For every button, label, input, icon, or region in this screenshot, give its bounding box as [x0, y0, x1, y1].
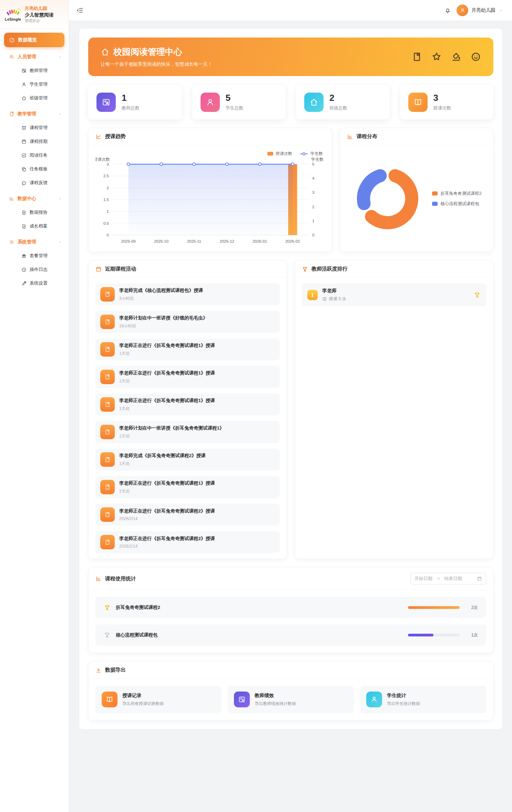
- bar-chart-icon: [95, 576, 102, 582]
- activity-item: 李老师完成《核心流程测试课程包》授课3小时前: [95, 283, 280, 305]
- account-menu[interactable]: 月亮幼儿园: [457, 4, 503, 16]
- export-card[interactable]: 学生统计导出学生统计数据: [360, 686, 486, 713]
- sidebar-section[interactable]: 教学管理: [4, 107, 64, 121]
- sidebar-item[interactable]: 数据报告: [4, 205, 64, 219]
- sidebar-section-label: 人员管理: [18, 54, 36, 60]
- activity-icon: [100, 370, 115, 384]
- activity-title: 李老师正在进行《折耳兔奇奇测试课程1》授课: [119, 398, 215, 404]
- sidebar-item-dashboard[interactable]: 数据概览: [4, 33, 64, 47]
- usage-count: 2次: [465, 605, 478, 611]
- sidebar-item[interactable]: 系统设置: [4, 276, 64, 290]
- legend-label: 学生数: [310, 151, 323, 157]
- activity-time: 1天前: [119, 378, 215, 384]
- panel-title: 近期课程活动: [105, 266, 136, 272]
- book-mark-icon: [104, 484, 111, 490]
- start-date-placeholder: 开始日期: [414, 576, 432, 582]
- sidebar-item[interactable]: 班级管理: [4, 91, 64, 105]
- sidebar-item[interactable]: 任务模板: [4, 162, 64, 176]
- sidebar-item-label: 班级管理: [30, 95, 48, 101]
- sidebar-section[interactable]: 系统管理: [4, 235, 64, 249]
- trophy-icon: [104, 632, 111, 639]
- sidebar-section-label: 系统管理: [18, 239, 36, 245]
- teacher-name: 李老师: [322, 288, 346, 294]
- activity-item: 李老师正在进行《折耳兔奇奇测试课程1》授课1天前: [95, 366, 280, 388]
- sidebar-section[interactable]: 人员管理: [4, 50, 64, 64]
- activity-title: 李老师完成《折耳兔奇奇测试课程2》授课: [119, 453, 206, 459]
- export-desc: 导出学生统计数据: [387, 701, 420, 707]
- book-mark-icon: [104, 512, 111, 518]
- activity-title: 李老师正在进行《折耳兔奇奇测试课程1》授课: [119, 370, 215, 376]
- svg-text:2: 2: [312, 205, 314, 209]
- book-mark-icon: [104, 319, 111, 325]
- sidebar-item[interactable]: 学生管理: [4, 77, 64, 91]
- usage-bar: [408, 606, 460, 609]
- sidebar-section[interactable]: 数据中心: [4, 192, 64, 205]
- home-icon: [21, 96, 27, 101]
- course-name: 折耳兔奇奇测试课程2: [116, 604, 160, 611]
- sidebar-item-label: 系统设置: [30, 280, 48, 286]
- sidebar-item[interactable]: 操作日志: [4, 263, 64, 276]
- chevron-up-icon: [58, 55, 62, 59]
- book-open-icon: [413, 98, 422, 107]
- id-card-icon: [21, 68, 27, 73]
- notification-bell-icon[interactable]: [444, 7, 451, 14]
- activity-icon: [100, 397, 115, 412]
- smiley-icon: [471, 52, 481, 62]
- activity-time: 2026/2/14: [119, 516, 215, 521]
- sidebar-item-label: 教师管理: [30, 67, 48, 74]
- sidebar-item[interactable]: 套餐管理: [4, 249, 64, 263]
- stat-label: 学生总数: [226, 105, 244, 111]
- export-card[interactable]: 授课记录导出所有授课记录数据: [95, 686, 222, 713]
- export-icon: [366, 692, 382, 707]
- sidebar-item[interactable]: 阅读任务: [4, 148, 64, 162]
- activity-icon: [100, 425, 115, 439]
- check-square-icon: [21, 153, 27, 158]
- sidebar-item[interactable]: 课程反馈: [4, 176, 64, 190]
- book-open-icon: [106, 696, 113, 703]
- sidebar-item-label: 任务模板: [30, 166, 48, 172]
- svg-text:2025-11: 2025-11: [187, 239, 201, 243]
- book-mark-icon: [104, 291, 111, 297]
- book-mark-icon: [412, 52, 422, 62]
- sidebar-section-label: 数据中心: [18, 196, 36, 202]
- sidebar-item[interactable]: 教师管理: [4, 64, 64, 77]
- sidebar-item[interactable]: 课程排期: [4, 135, 64, 148]
- export-card[interactable]: 教师绩效导出教师绩效统计数据: [228, 686, 354, 713]
- sidebar-item[interactable]: 课程管理: [4, 121, 64, 135]
- sidebar-item[interactable]: 成长档案: [4, 219, 64, 233]
- activity-title: 李老师正在进行《折耳兔奇奇测试课程2》授课: [119, 508, 215, 514]
- stat-value: 1: [122, 93, 140, 103]
- collapse-sidebar-icon[interactable]: [76, 7, 83, 14]
- svg-text:2025-09: 2025-09: [121, 239, 136, 243]
- sidebar-item-label: 数据概览: [18, 37, 37, 43]
- usage-count: 1次: [465, 632, 478, 638]
- arrow-right-icon: [436, 576, 441, 581]
- brand-subtitle: 管理后台: [24, 18, 53, 23]
- pie-chart-icon: [347, 134, 353, 140]
- caterpillar-logo-icon: [5, 8, 21, 17]
- legend-label: 核心流程测试课程包: [440, 201, 479, 207]
- chevron-down-icon: [499, 8, 503, 13]
- teacher-rank-item: 1李老师授课 3 次: [302, 283, 486, 306]
- panel-title: 授课趋势: [105, 133, 126, 140]
- activity-title: 李老师正在进行《折耳兔奇奇测试课程2》授课: [119, 536, 215, 542]
- activity-icon: [100, 507, 115, 522]
- id-card-icon: [238, 696, 246, 703]
- usage-bar: [408, 634, 460, 636]
- svg-text:2: 2: [107, 186, 109, 190]
- legend-swatch: [267, 152, 273, 156]
- book-mark-icon: [9, 111, 14, 117]
- activity-icon: [100, 315, 115, 329]
- legend-item[interactable]: 学生数: [300, 151, 323, 157]
- panel-title: 课程使用统计: [105, 576, 136, 582]
- stat-card: 3授课次数: [400, 85, 494, 119]
- legend-item[interactable]: 授课次数: [267, 151, 292, 157]
- panel-title: 数据导出: [105, 667, 126, 673]
- activity-icon: [100, 535, 115, 549]
- date-range-picker[interactable]: 开始日期 结束日期: [410, 573, 486, 584]
- legend-item[interactable]: 核心流程测试课程包: [432, 201, 481, 207]
- rank-badge: 1: [307, 290, 318, 300]
- gear-icon: [9, 239, 14, 245]
- page-content: 校园阅读管理中心 让每一个孩子都能享受阅读的快乐，智慧成长每一天！ 1教师总数5…: [69, 21, 512, 812]
- legend-item[interactable]: 折耳兔奇奇测试课程2: [432, 191, 481, 197]
